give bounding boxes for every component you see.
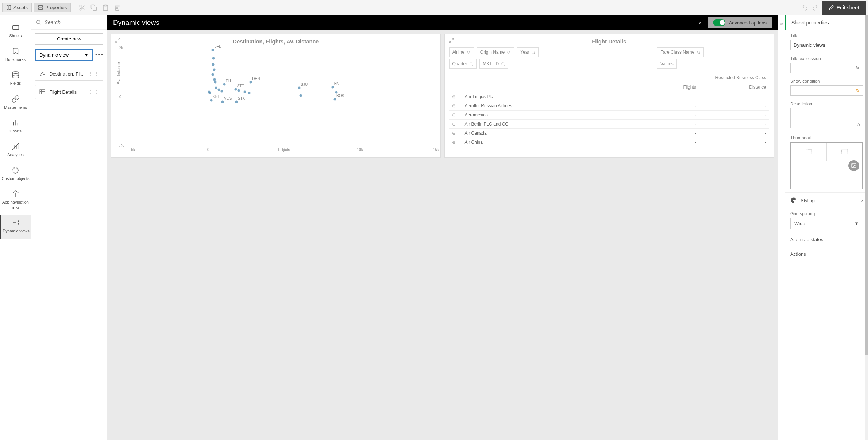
expand-icon[interactable]: ⊕ xyxy=(449,92,462,101)
col-distance[interactable]: Distance xyxy=(699,82,769,92)
scatter-point[interactable] xyxy=(213,68,215,71)
svg-rect-44 xyxy=(841,150,848,154)
asset-card-table[interactable]: Flight Details ⋮⋮ xyxy=(35,85,103,99)
actions-row[interactable]: Actions xyxy=(785,247,868,261)
filter-fare-class[interactable]: Fare Class Name xyxy=(657,47,704,57)
table-icon xyxy=(39,89,46,95)
filter-chip[interactable]: Origin Name xyxy=(477,47,514,57)
undo-icon[interactable] xyxy=(802,4,808,11)
scatter-point[interactable] xyxy=(221,100,224,103)
asset-card-scatter[interactable]: Destination, Fli... ⋮⋮ xyxy=(35,67,103,81)
filter-chip[interactable]: Quarter xyxy=(449,59,477,69)
rail-app-nav[interactable]: App navigation links xyxy=(0,186,31,215)
scatter-point[interactable] xyxy=(208,90,210,93)
table-panel[interactable]: Flight Details AirlineOrigin NameYear Qu… xyxy=(444,34,774,158)
alt-states-label: Alternate states xyxy=(790,237,823,242)
expand-icon[interactable] xyxy=(448,38,454,43)
scatter-point[interactable] xyxy=(331,86,334,89)
sheet-title: Dynamic views xyxy=(113,19,159,27)
styling-row[interactable]: Styling › xyxy=(785,192,868,208)
grid-spacing-label: Grid spacing xyxy=(790,211,863,216)
dv-more-button[interactable]: ••• xyxy=(95,51,103,59)
expand-icon[interactable]: ⊕ xyxy=(449,138,462,147)
copy-icon[interactable] xyxy=(90,4,97,11)
scatter-point[interactable] xyxy=(212,73,214,76)
scatter-point[interactable] xyxy=(212,57,215,60)
scatter-point[interactable] xyxy=(248,92,251,94)
title-expr-input[interactable] xyxy=(790,63,852,73)
delete-icon[interactable] xyxy=(114,4,120,11)
scatter-point[interactable] xyxy=(210,99,213,102)
scatter-point[interactable] xyxy=(234,88,237,90)
scatter-point[interactable] xyxy=(217,89,220,91)
filter-values[interactable]: Values xyxy=(657,59,677,69)
chart-panel[interactable]: Destination, Flights, Av. Distance Av. D… xyxy=(111,34,441,158)
grid-spacing-select[interactable]: Wide ▼ xyxy=(790,218,863,229)
redo-icon[interactable] xyxy=(812,4,818,11)
rail-charts[interactable]: Charts xyxy=(0,115,31,139)
collapse-icon[interactable]: ‹ xyxy=(699,19,701,27)
scatter-point[interactable] xyxy=(235,100,238,103)
svg-line-21 xyxy=(40,23,41,24)
scatter-point[interactable] xyxy=(221,90,223,93)
scatter-point[interactable] xyxy=(214,81,216,83)
scatter-point[interactable] xyxy=(334,98,336,100)
rail-bookmarks[interactable]: Bookmarks xyxy=(0,43,31,67)
edit-sheet-button[interactable]: Edit sheet xyxy=(822,1,866,15)
scatter-point[interactable] xyxy=(212,63,215,66)
scatter-point[interactable] xyxy=(250,81,252,83)
filter-chip[interactable]: Airline xyxy=(449,47,474,57)
scatter-point[interactable] xyxy=(223,83,225,86)
tab-properties[interactable]: Properties xyxy=(34,3,71,12)
expand-icon[interactable]: ⊕ xyxy=(449,101,462,111)
expand-icon[interactable]: ⊕ xyxy=(449,111,462,120)
filter-chip[interactable]: Year xyxy=(517,47,539,57)
fx-button[interactable]: fx xyxy=(852,63,863,73)
scatter-point[interactable] xyxy=(243,90,246,93)
create-new-button[interactable]: Create new xyxy=(35,33,103,45)
expand-icon[interactable]: ⊕ xyxy=(449,129,462,138)
scatter-point[interactable] xyxy=(212,49,214,51)
paste-icon[interactable] xyxy=(102,4,109,11)
tab-assets[interactable]: Assets xyxy=(2,3,32,12)
rail-fields[interactable]: Fields xyxy=(0,67,31,91)
rail-dynamic-views[interactable]: Dynamic views xyxy=(0,215,31,239)
alt-states-row[interactable]: Alternate states xyxy=(785,232,868,247)
table-row[interactable]: ⊕Aer Lingus Plc-- xyxy=(449,92,769,101)
scrollbar[interactable] xyxy=(865,15,868,440)
expand-icon[interactable]: ⊕ xyxy=(449,120,462,129)
title-input[interactable]: Dynamic views xyxy=(790,40,863,50)
rail-sheets[interactable]: Sheets xyxy=(0,20,31,43)
scatter-point[interactable] xyxy=(238,89,240,92)
cut-icon[interactable] xyxy=(79,4,85,11)
right-rail-layout[interactable] xyxy=(778,15,785,440)
scatter-point[interactable] xyxy=(215,87,217,89)
table-row[interactable]: ⊕Air Berlin PLC and CO-- xyxy=(449,120,769,129)
props-section-header: Sheet properties xyxy=(785,15,868,30)
show-cond-input[interactable] xyxy=(790,85,852,96)
filter-chip[interactable]: MKT_ID xyxy=(479,59,508,69)
col-flights[interactable]: Flights xyxy=(641,82,699,92)
chevron-right-icon: › xyxy=(861,198,863,203)
table-row[interactable]: ⊕Aeroflot Russian Airlines-- xyxy=(449,101,769,111)
rail-master-items[interactable]: Master items xyxy=(0,91,31,115)
scatter-point[interactable] xyxy=(335,91,338,93)
description-input[interactable] xyxy=(790,108,863,128)
table-row[interactable]: ⊕Air China-- xyxy=(449,138,769,147)
scatter-point[interactable] xyxy=(298,87,301,89)
fx-button[interactable]: fx xyxy=(852,85,863,96)
dynamic-view-select[interactable]: Dynamic view ▼ xyxy=(35,49,93,61)
rail-analyses[interactable]: Analyses xyxy=(0,139,31,162)
search-input[interactable] xyxy=(45,19,103,25)
svg-point-25 xyxy=(42,72,43,72)
scrollbar-thumb[interactable] xyxy=(865,15,868,355)
image-upload-button[interactable] xyxy=(848,160,859,171)
rail-custom-objects[interactable]: Custom objects xyxy=(0,162,31,186)
table-row[interactable]: ⊕Aeromexico-- xyxy=(449,111,769,120)
table-row[interactable]: ⊕Air Canada-- xyxy=(449,129,769,138)
rail-master-items-label: Master items xyxy=(4,105,27,110)
expand-icon[interactable] xyxy=(115,38,121,43)
scatter-point[interactable] xyxy=(300,94,302,97)
fx-icon[interactable]: fx xyxy=(857,122,861,127)
advanced-toggle[interactable]: Advanced options xyxy=(708,17,772,28)
